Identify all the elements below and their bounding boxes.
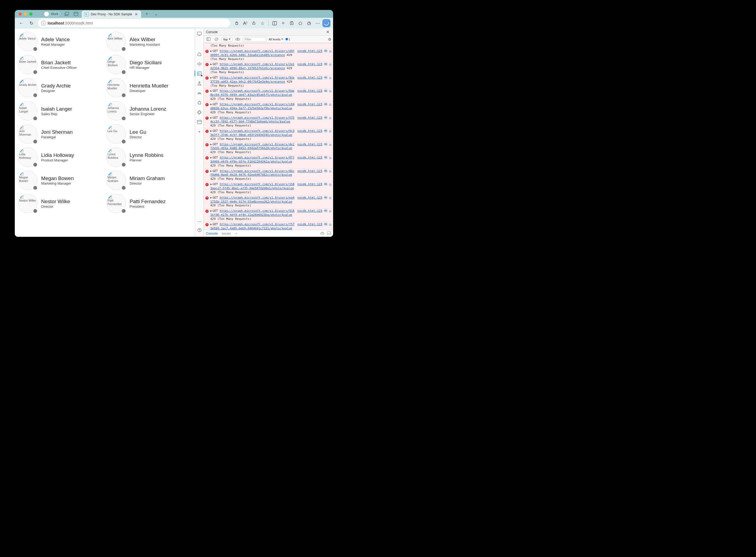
back-button[interactable]: ←	[18, 19, 25, 27]
memory-icon[interactable]	[196, 109, 203, 116]
console-error-entry[interactable]: ✕ ▶GET https://graph.microsoft.com/v1.0/…	[204, 49, 333, 62]
browser-essentials-icon[interactable]	[305, 19, 313, 27]
source-link[interactable]: nosdk.html:123	[297, 116, 322, 120]
live-expression-icon[interactable]	[235, 36, 241, 42]
console-error-entry[interactable]: ✕ ▶GET https://graph.microsoft.com/v1.0/…	[204, 102, 333, 115]
request-url-link[interactable]: https://graph.microsoft.com/v1.0/users/e…	[210, 196, 294, 203]
tab-overflow-button[interactable]: ⌄	[152, 11, 159, 17]
read-aloud-icon[interactable]: A⁾	[242, 19, 249, 27]
copy-icon[interactable]: ⧉	[329, 102, 332, 107]
console-error-entry[interactable]: ✕ ▶GET https://graph.microsoft.com/v1.0/…	[204, 222, 333, 230]
refresh-button[interactable]: ↻	[28, 19, 35, 27]
request-url-link[interactable]: https://graph.microsoft.com/v1.0/users/1…	[210, 182, 294, 190]
ai-badge[interactable]: aı	[324, 209, 328, 212]
close-tab-button[interactable]: ✕	[134, 12, 138, 17]
drawer-expand-icon[interactable]	[327, 231, 331, 236]
workspaces-button[interactable]	[63, 11, 70, 17]
tab-actions-button[interactable]	[72, 11, 80, 17]
url-input[interactable]: i localhost:3000/nosdk.html	[38, 19, 230, 27]
request-url-link[interactable]: https://graph.microsoft.com/v1.0/users/f…	[210, 223, 294, 230]
clear-console-icon[interactable]	[214, 36, 219, 42]
source-link[interactable]: nosdk.html:123	[297, 223, 322, 227]
request-url-link[interactable]: https://graph.microsoft.com/v1.0/users/c…	[210, 102, 294, 110]
copy-icon[interactable]: ⧉	[329, 156, 332, 160]
site-info-icon[interactable]: i	[41, 21, 46, 26]
request-url-link[interactable]: https://graph.microsoft.com/v1.0/users/0…	[210, 129, 294, 137]
ai-badge[interactable]: aı	[324, 169, 328, 173]
console-error-entry[interactable]: ✕ ▶GET https://graph.microsoft.com/v1.0/…	[204, 182, 333, 195]
source-link[interactable]: nosdk.html:123	[297, 76, 322, 80]
request-url-link[interactable]: https://graph.microsoft.com/v1.0/users/5…	[210, 116, 294, 123]
ai-badge[interactable]: aı	[324, 76, 328, 79]
drawer-tab-console[interactable]: Console	[206, 232, 218, 235]
request-url-link[interactable]: https://graph.microsoft.com/v1.0/users/2…	[210, 62, 294, 70]
close-window-button[interactable]	[19, 12, 22, 16]
context-selector[interactable]: top ▼	[222, 37, 232, 41]
source-link[interactable]: nosdk.html:123	[297, 182, 322, 186]
help-icon[interactable]	[196, 227, 203, 234]
copy-icon[interactable]: ⧉	[329, 76, 332, 80]
source-link[interactable]: nosdk.html:123	[297, 143, 322, 147]
ai-badge[interactable]: aı	[324, 62, 328, 66]
new-tab-button[interactable]: ＋	[143, 11, 150, 17]
console-settings-icon[interactable]: ⚙	[328, 37, 332, 41]
issue-counter[interactable]: 1	[285, 38, 290, 41]
ai-badge[interactable]: aı	[324, 223, 328, 226]
ai-badge[interactable]: aı	[324, 143, 328, 146]
source-link[interactable]: nosdk.html:123	[297, 209, 322, 213]
copy-icon[interactable]: ⧉	[329, 182, 332, 187]
toggle-sidebar-icon[interactable]	[206, 36, 211, 42]
request-url-link[interactable]: https://graph.microsoft.com/v1.0/users/9…	[210, 76, 294, 83]
favorites-bar-icon[interactable]: ✧	[279, 19, 287, 27]
source-link[interactable]: nosdk.html:123	[297, 102, 322, 107]
maximize-window-button[interactable]	[29, 12, 33, 16]
console-error-entry[interactable]: ✕ ▶GET https://graph.microsoft.com/v1.0/…	[204, 88, 333, 102]
network-icon[interactable]	[196, 89, 203, 96]
console-error-entry[interactable]: (Too Many Requests)	[204, 43, 333, 49]
ai-badge[interactable]: aı	[324, 182, 328, 186]
console-error-entry[interactable]: ✕ ▶GET https://graph.microsoft.com/v1.0/…	[204, 115, 333, 129]
split-screen-icon[interactable]	[271, 19, 278, 27]
ai-badge[interactable]: aı	[324, 102, 328, 106]
drawer-tab-issues[interactable]: Issues	[222, 232, 231, 235]
ai-badge[interactable]: aı	[324, 156, 328, 159]
drawer-errors-icon[interactable]	[320, 231, 324, 236]
console-error-entry[interactable]: ✕ ▶GET https://graph.microsoft.com/v1.0/…	[204, 155, 333, 169]
console-icon[interactable]	[196, 70, 203, 77]
ai-badge[interactable]: aı	[324, 129, 328, 133]
ai-badge[interactable]: aı	[324, 116, 328, 119]
favorite-icon[interactable]: ☆	[259, 19, 266, 27]
console-error-entry[interactable]: ✕ ▶GET https://graph.microsoft.com/v1.0/…	[204, 75, 333, 89]
copilot-button[interactable]	[322, 19, 330, 27]
copy-icon[interactable]: ⧉	[329, 129, 332, 134]
console-error-entry[interactable]: ✕ ▶GET https://graph.microsoft.com/v1.0/…	[204, 169, 333, 182]
log-levels-selector[interactable]: All levels ▼	[269, 38, 283, 41]
collections-icon[interactable]	[288, 19, 295, 27]
copy-icon[interactable]: ⧉	[329, 143, 332, 147]
request-url-link[interactable]: https://graph.microsoft.com/v1.0/users/d…	[210, 143, 294, 150]
copy-icon[interactable]: ⧉	[329, 169, 332, 174]
source-link[interactable]: nosdk.html:123	[297, 196, 322, 200]
copy-icon[interactable]: ⧉	[329, 49, 332, 54]
sources-icon[interactable]	[196, 80, 203, 87]
console-error-entry[interactable]: ✕ ▶GET https://graph.microsoft.com/v1.0/…	[204, 208, 333, 222]
source-link[interactable]: nosdk.html:123	[297, 156, 322, 160]
browser-tab[interactable]: 🗎 Dev Proxy - No SDK Sample ✕	[82, 10, 141, 18]
source-link[interactable]: nosdk.html:123	[297, 49, 322, 53]
profile-switcher[interactable]: Work	[43, 10, 61, 18]
share-icon[interactable]	[250, 19, 257, 27]
elements-icon[interactable]	[196, 60, 203, 67]
performance-icon[interactable]	[196, 99, 203, 106]
shopping-icon[interactable]	[233, 19, 240, 27]
request-url-link[interactable]: https://graph.microsoft.com/v1.0/users/d…	[210, 49, 294, 57]
extensions-icon[interactable]	[296, 19, 304, 27]
application-icon[interactable]	[196, 118, 203, 125]
ai-badge[interactable]: aı	[324, 49, 328, 53]
copy-icon[interactable]: ⧉	[329, 62, 332, 67]
copy-icon[interactable]: ⧉	[329, 89, 332, 93]
request-url-link[interactable]: https://graph.microsoft.com/v1.0/users/8…	[210, 169, 294, 177]
copy-icon[interactable]: ⧉	[329, 196, 332, 200]
more-icon[interactable]: ⋯	[314, 19, 321, 27]
request-url-link[interactable]: https://graph.microsoft.com/v1.0/users/6…	[210, 89, 294, 97]
drawer-add-tab[interactable]: ＋	[235, 231, 238, 236]
